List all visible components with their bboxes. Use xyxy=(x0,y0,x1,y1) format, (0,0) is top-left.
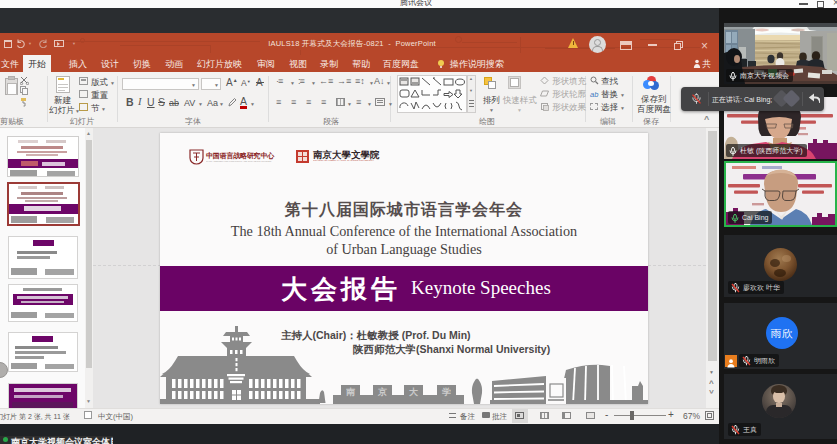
svg-text:大: 大 xyxy=(409,387,419,397)
svg-text:南: 南 xyxy=(346,387,355,397)
svg-text:学: 学 xyxy=(442,387,451,397)
svg-text:京: 京 xyxy=(377,387,387,397)
